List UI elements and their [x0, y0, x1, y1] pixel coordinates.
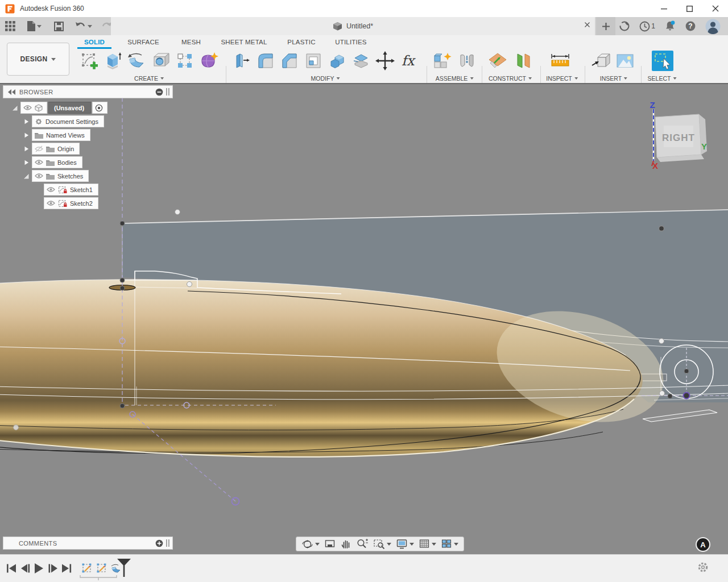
select-group-label[interactable]: SELECT: [648, 74, 677, 83]
collapsed-twisty-icon[interactable]: [22, 118, 30, 126]
file-menu-button[interactable]: [23, 17, 45, 35]
minimize-button[interactable]: [651, 0, 677, 17]
timeline-settings-button[interactable]: [695, 559, 711, 575]
look-at-button[interactable]: [322, 537, 338, 551]
browser-header[interactable]: BROWSER: [3, 85, 173, 98]
visibility-eye-icon[interactable]: [23, 105, 32, 111]
offset-face-button[interactable]: [350, 50, 372, 72]
select-button[interactable]: [651, 50, 675, 72]
panel-collapse-icon[interactable]: [155, 88, 163, 96]
move-copy-button[interactable]: [374, 50, 396, 72]
document-tab[interactable]: Untitled*: [111, 17, 595, 35]
display-settings-button[interactable]: [394, 537, 416, 551]
collapsed-twisty-icon[interactable]: [22, 131, 30, 139]
collapsed-twisty-icon[interactable]: [22, 159, 30, 167]
browser-item-bodies[interactable]: Bodies: [22, 156, 82, 168]
insert-derive-button[interactable]: [590, 50, 612, 72]
hole-button[interactable]: [150, 50, 172, 72]
browser-item-sketch2[interactable]: Sketch2: [44, 197, 98, 209]
create-sketch-button[interactable]: [78, 50, 100, 72]
expanded-twisty-icon[interactable]: [22, 172, 30, 180]
timeline-position-marker[interactable]: [117, 558, 131, 577]
undo-button[interactable]: [72, 17, 96, 35]
panel-grip-icon[interactable]: [166, 88, 169, 95]
tab-utilities[interactable]: UTILITIES: [325, 35, 377, 49]
joint-button[interactable]: [456, 50, 478, 72]
canvas-button[interactable]: [614, 50, 636, 72]
close-button[interactable]: [702, 0, 728, 17]
fillet-button[interactable]: [255, 50, 276, 72]
help-button[interactable]: ?: [680, 17, 701, 35]
expand-comments-icon[interactable]: [155, 539, 163, 547]
browser-item-named-views[interactable]: Named Views: [22, 129, 90, 141]
tab-plastic[interactable]: PLASTIC: [278, 35, 325, 49]
shell-button[interactable]: [303, 50, 324, 72]
insert-group-label[interactable]: INSERT: [600, 74, 627, 83]
zoom-button[interactable]: [354, 537, 371, 551]
browser-item-root[interactable]: (Unsaved): [11, 102, 107, 114]
hidden-eye-icon[interactable]: [35, 146, 43, 152]
tab-solid[interactable]: SOLID: [74, 35, 115, 49]
close-document-button[interactable]: [584, 22, 590, 28]
orbit-button[interactable]: [299, 537, 322, 551]
viewcube-face-label[interactable]: RIGHT: [662, 132, 695, 143]
press-pull-button[interactable]: [231, 50, 253, 72]
construct-group-label[interactable]: CONSTRUCT: [489, 74, 532, 83]
viewports-button[interactable]: [439, 537, 461, 551]
activate-component-radio[interactable]: [92, 102, 107, 114]
revolve-button[interactable]: [126, 50, 148, 72]
panel-grip-icon[interactable]: [166, 539, 169, 547]
app-grid-button[interactable]: [0, 17, 19, 35]
timeline-go-to-end-button[interactable]: [60, 561, 73, 576]
visibility-eye-icon[interactable]: [35, 159, 43, 165]
combine-button[interactable]: [326, 50, 348, 72]
visibility-eye-icon[interactable]: [47, 200, 55, 206]
offset-plane-button[interactable]: [487, 50, 508, 72]
zoom-window-button[interactable]: [371, 537, 394, 551]
expanded-twisty-icon[interactable]: [11, 104, 19, 112]
extensions-button[interactable]: [614, 17, 635, 35]
tab-mesh[interactable]: MESH: [172, 35, 210, 49]
browser-item-document-settings[interactable]: Document Settings: [22, 115, 104, 127]
tab-surface[interactable]: SURFACE: [115, 35, 172, 49]
new-component-button[interactable]: [431, 50, 453, 72]
create-form-button[interactable]: [198, 50, 220, 72]
chamfer-button[interactable]: [279, 50, 300, 72]
create-group-label[interactable]: CREATE: [134, 74, 164, 83]
grids-snaps-button[interactable]: [416, 537, 439, 551]
browser-item-sketch1[interactable]: Sketch1: [44, 184, 98, 196]
timeline-step-forward-button[interactable]: [46, 561, 60, 576]
tab-sheet-metal[interactable]: SHEET METAL: [210, 35, 278, 49]
assistant-badge[interactable]: A: [696, 537, 710, 552]
timeline-play-button[interactable]: [32, 561, 46, 576]
extrude-button[interactable]: [102, 50, 124, 72]
visibility-eye-icon[interactable]: [47, 186, 55, 193]
browser-item-sketches[interactable]: Sketches: [22, 170, 89, 182]
modify-group-label[interactable]: MODIFY: [311, 74, 340, 83]
visibility-eye-icon[interactable]: [35, 173, 43, 179]
collapse-panel-icon[interactable]: [8, 89, 16, 95]
measure-button[interactable]: [549, 50, 571, 72]
pattern-button[interactable]: [174, 50, 196, 72]
pattern-icon: [175, 51, 195, 70]
maximize-button[interactable]: [677, 0, 702, 17]
change-parameters-button[interactable]: fx: [398, 50, 420, 72]
save-button[interactable]: [51, 17, 67, 35]
notifications-button[interactable]: [660, 17, 680, 35]
parallel-planes-button[interactable]: [512, 50, 533, 72]
assemble-group-label[interactable]: ASSEMBLE: [436, 74, 474, 83]
collapsed-twisty-icon[interactable]: [22, 145, 30, 153]
timeline-feature-sketch2[interactable]: [95, 561, 109, 576]
account-avatar[interactable]: [701, 17, 728, 35]
pan-button[interactable]: [338, 537, 354, 551]
browser-item-origin[interactable]: Origin: [22, 143, 80, 155]
inspect-group-label[interactable]: INSPECT: [546, 74, 578, 83]
new-tab-button[interactable]: [596, 17, 615, 35]
timeline-go-to-start-button[interactable]: [5, 561, 18, 576]
viewport-canvas[interactable]: RIGHT Z X Y: [0, 84, 728, 554]
timeline-feature-sketch1[interactable]: [80, 561, 94, 576]
comments-panel-header[interactable]: COMMENTS: [3, 537, 173, 550]
timeline-step-back-button[interactable]: [19, 561, 32, 576]
extrude-icon: [104, 51, 123, 70]
job-status-button[interactable]: 1: [635, 17, 660, 35]
